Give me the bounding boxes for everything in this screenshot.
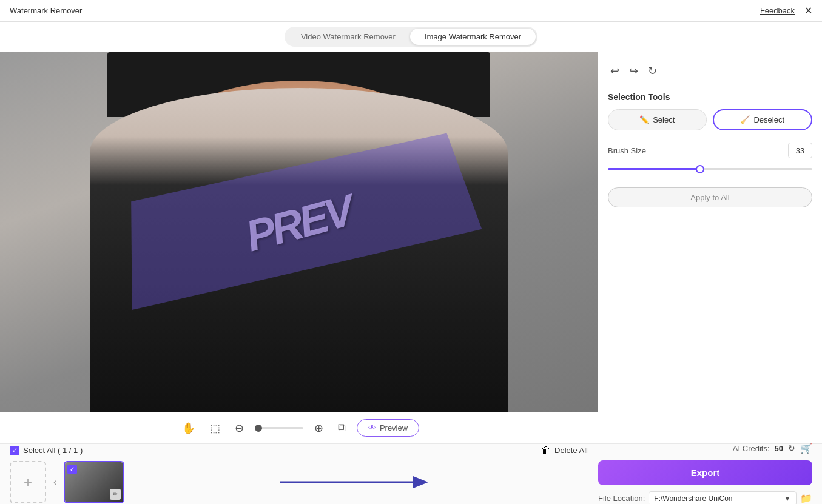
main-content: PREV ✋ ⬚ ⊖ ⊕ ⧉ 👁 Preview ↩ ↪ ↻ Selec bbox=[0, 52, 822, 443]
brush-thumb[interactable] bbox=[696, 165, 704, 173]
ai-credits-label: AI Credits: bbox=[733, 444, 770, 453]
brush-header: Brush Size 33 bbox=[608, 143, 812, 158]
select-all-checkbox[interactable] bbox=[10, 446, 19, 455]
deselect-button[interactable]: 🧹 Deselect bbox=[713, 109, 813, 130]
eye-icon: 👁 bbox=[368, 423, 376, 432]
thumbnail-item[interactable]: ✏ bbox=[64, 461, 124, 503]
close-button[interactable]: ✕ bbox=[804, 5, 812, 16]
arrow-container bbox=[129, 467, 588, 497]
tab-video[interactable]: Video Watermark Remover bbox=[286, 29, 410, 45]
preview-button[interactable]: 👁 Preview bbox=[357, 419, 419, 437]
tab-image[interactable]: Image Watermark Remover bbox=[410, 29, 536, 45]
file-location-value[interactable]: F:\Wondershare UniCon ▼ bbox=[649, 491, 797, 505]
file-location-row: File Location: F:\Wondershare UniCon ▼ 📁 bbox=[598, 491, 812, 505]
tab-bar: Video Watermark Remover Image Watermark … bbox=[0, 22, 822, 52]
pan-tool-button[interactable]: ✋ bbox=[178, 418, 199, 438]
bottom-right: AI Credits: 50 ↻ 🛒 Export File Location:… bbox=[588, 443, 812, 505]
zoom-out-button[interactable]: ⊖ bbox=[231, 418, 248, 438]
refresh-button[interactable]: ↻ bbox=[645, 62, 659, 80]
title-bar-actions: Feedback ✕ bbox=[760, 5, 812, 16]
dropdown-icon[interactable]: ▼ bbox=[784, 494, 791, 503]
arrow-graphic bbox=[280, 467, 437, 497]
brush-section: Brush Size 33 bbox=[608, 143, 812, 175]
brush-slider-container bbox=[608, 163, 812, 175]
select-all-label: Select All ( 1 / 1 ) bbox=[23, 446, 83, 455]
split-view-button[interactable]: ⧉ bbox=[334, 418, 349, 438]
brush-fill bbox=[608, 168, 700, 170]
feedback-link[interactable]: Feedback bbox=[760, 6, 795, 15]
photo-canvas: PREV bbox=[0, 52, 598, 412]
brush-value: 33 bbox=[788, 143, 812, 158]
credits-refresh-icon[interactable]: ↻ bbox=[788, 443, 795, 453]
bottom-panel: Select All ( 1 / 1 ) 🗑 Delete All + ‹ ✏ bbox=[0, 443, 822, 504]
history-row: ↩ ↪ ↻ bbox=[608, 62, 812, 80]
add-image-button[interactable]: + bbox=[10, 461, 46, 503]
file-location-label: File Location: bbox=[598, 494, 645, 503]
pencil-icon: ✏️ bbox=[639, 115, 649, 124]
zoom-slider-container bbox=[255, 427, 303, 429]
select-rect-button[interactable]: ⬚ bbox=[206, 418, 224, 438]
canvas-toolbar: ✋ ⬚ ⊖ ⊕ ⧉ 👁 Preview bbox=[0, 412, 598, 443]
image-container[interactable]: PREV bbox=[0, 52, 598, 412]
zoom-slider[interactable] bbox=[255, 427, 303, 429]
delete-all-button[interactable]: 🗑 Delete All bbox=[541, 445, 588, 456]
export-button[interactable]: Export bbox=[598, 460, 812, 485]
thumb-checkbox bbox=[67, 465, 77, 474]
brush-track bbox=[608, 168, 812, 170]
svg-marker-1 bbox=[413, 476, 428, 488]
cart-icon[interactable]: 🛒 bbox=[800, 443, 812, 454]
title-bar: Watermark Remover Feedback ✕ bbox=[0, 0, 822, 22]
selection-tools-label: Selection Tools bbox=[608, 92, 812, 102]
right-panel: ↩ ↪ ↻ Selection Tools ✏️ Select 🧹 Desele… bbox=[598, 52, 822, 443]
apply-to-all-button[interactable]: Apply to All bbox=[608, 187, 812, 207]
canvas-area: PREV ✋ ⬚ ⊖ ⊕ ⧉ 👁 Preview bbox=[0, 52, 598, 443]
thumb-prev-button[interactable]: ‹ bbox=[51, 474, 59, 490]
brush-size-label: Brush Size bbox=[608, 146, 646, 155]
watermark-text: PREV bbox=[241, 185, 357, 261]
redo-button[interactable]: ↪ bbox=[627, 62, 641, 80]
thumb-edit-icon[interactable]: ✏ bbox=[110, 489, 121, 500]
selection-tools-row: ✏️ Select 🧹 Deselect bbox=[608, 109, 812, 130]
select-all-row: Select All ( 1 / 1 ) bbox=[10, 446, 83, 455]
credits-row: AI Credits: 50 ↻ 🛒 bbox=[598, 443, 812, 454]
trash-icon: 🗑 bbox=[541, 445, 551, 456]
eraser-icon: 🧹 bbox=[740, 115, 750, 124]
select-button[interactable]: ✏️ Select bbox=[608, 109, 707, 130]
tab-group: Video Watermark Remover Image Watermark … bbox=[285, 27, 537, 47]
app-title: Watermark Remover bbox=[10, 6, 82, 15]
bottom-left: Select All ( 1 / 1 ) 🗑 Delete All + ‹ ✏ bbox=[10, 445, 588, 503]
folder-icon[interactable]: 📁 bbox=[800, 492, 812, 504]
zoom-in-button[interactable]: ⊕ bbox=[311, 418, 327, 438]
undo-button[interactable]: ↩ bbox=[608, 62, 622, 80]
credits-count: 50 bbox=[775, 444, 783, 453]
